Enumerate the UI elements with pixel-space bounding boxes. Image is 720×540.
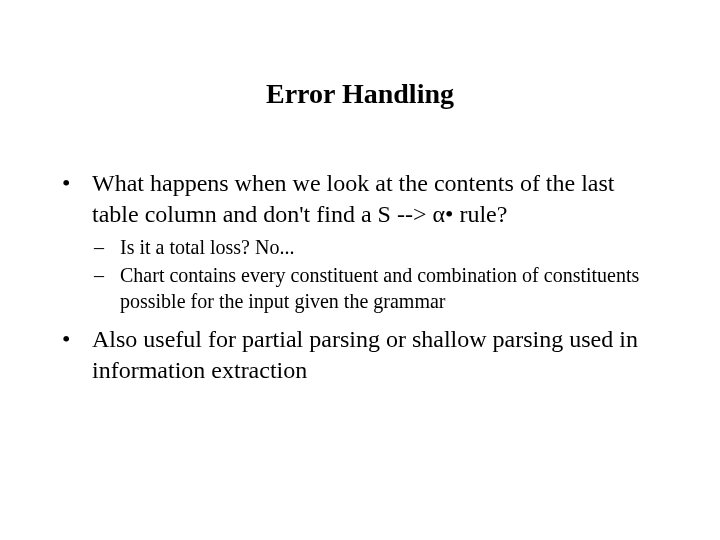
sub-bullet-2: Chart contains every constituent and com… — [92, 263, 662, 314]
sub-bullet-list: Is it a total loss? No... Chart contains… — [92, 235, 662, 314]
sub-bullet-1: Is it a total loss? No... — [92, 235, 662, 261]
bullet-item-1: What happens when we look at the content… — [58, 168, 662, 314]
bullet-1-text-b: rule? — [453, 201, 507, 227]
alpha-symbol: α — [432, 201, 445, 227]
slide-title: Error Handling — [58, 78, 662, 110]
bullet-list: What happens when we look at the content… — [58, 168, 662, 386]
bullet-1-text-a: What happens when we look at the content… — [92, 170, 615, 227]
bullet-item-2: Also useful for partial parsing or shall… — [58, 324, 662, 385]
